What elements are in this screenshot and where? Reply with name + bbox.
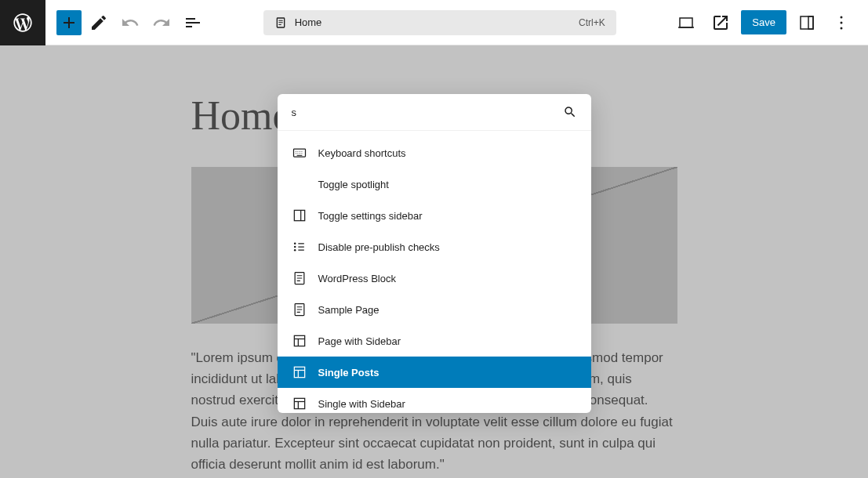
svg-rect-1 bbox=[808, 16, 813, 29]
command-item[interactable]: Page with Sidebar bbox=[278, 325, 591, 357]
svg-rect-6 bbox=[294, 210, 304, 220]
toolbar-left-group bbox=[56, 9, 207, 37]
external-link-button[interactable] bbox=[706, 9, 735, 37]
keyboard-icon bbox=[292, 145, 307, 161]
save-button[interactable]: Save bbox=[741, 10, 786, 34]
blank-icon bbox=[292, 176, 307, 192]
layout-icon bbox=[292, 396, 307, 411]
command-item-label: Page with Sidebar bbox=[318, 335, 401, 347]
settings-sidebar-button[interactable] bbox=[793, 9, 821, 37]
toolbar-right-group: Save bbox=[672, 9, 855, 37]
command-item[interactable]: WordPress Block bbox=[278, 263, 591, 294]
search-icon bbox=[563, 105, 577, 119]
svg-point-4 bbox=[841, 27, 843, 29]
page-icon bbox=[274, 16, 287, 29]
add-block-button[interactable] bbox=[56, 10, 82, 35]
command-item[interactable]: Keyboard shortcuts bbox=[278, 137, 591, 168]
command-search-input[interactable] bbox=[292, 107, 563, 118]
list-view-button[interactable] bbox=[179, 9, 207, 37]
command-results-list[interactable]: Keyboard shortcutsToggle spotlightToggle… bbox=[278, 131, 591, 413]
view-button[interactable] bbox=[672, 9, 700, 37]
toolbar-center: Home Ctrl+K bbox=[207, 10, 672, 35]
command-item[interactable]: Single with Sidebar bbox=[278, 388, 591, 413]
command-item-label: Keyboard shortcuts bbox=[318, 147, 406, 159]
editor-toolbar: Home Ctrl+K Save bbox=[0, 0, 868, 45]
redo-button[interactable] bbox=[147, 9, 176, 37]
layout-icon bbox=[292, 333, 307, 349]
command-palette: Keyboard shortcutsToggle spotlightToggle… bbox=[278, 94, 591, 413]
svg-point-10 bbox=[293, 249, 296, 252]
command-item[interactable]: Disable pre-publish checks bbox=[278, 231, 591, 263]
document-title-label: Home bbox=[295, 16, 322, 28]
document-title-bar[interactable]: Home Ctrl+K bbox=[263, 10, 616, 35]
command-item-label: Single Posts bbox=[318, 367, 380, 378]
page-icon bbox=[292, 270, 307, 286]
command-item-label: Disable pre-publish checks bbox=[318, 241, 440, 253]
command-item-label: Toggle spotlight bbox=[318, 179, 389, 190]
svg-point-8 bbox=[293, 243, 296, 245]
command-search-row bbox=[278, 94, 591, 131]
layout-icon bbox=[292, 364, 307, 380]
svg-point-3 bbox=[841, 21, 843, 24]
wordpress-logo[interactable] bbox=[0, 0, 45, 45]
list-icon bbox=[292, 239, 307, 255]
command-item-label: Sample Page bbox=[318, 304, 380, 316]
command-item-label: Toggle settings sidebar bbox=[318, 210, 423, 222]
undo-button[interactable] bbox=[116, 9, 144, 37]
sidebar-icon bbox=[292, 208, 307, 223]
page-icon bbox=[292, 302, 307, 317]
svg-rect-16 bbox=[294, 367, 304, 377]
svg-point-2 bbox=[841, 16, 843, 18]
command-item[interactable]: Toggle settings sidebar bbox=[278, 200, 591, 231]
command-item-label: WordPress Block bbox=[318, 273, 396, 284]
command-item[interactable]: Sample Page bbox=[278, 294, 591, 325]
svg-point-9 bbox=[293, 246, 296, 248]
svg-rect-13 bbox=[294, 335, 304, 346]
svg-rect-19 bbox=[294, 398, 304, 408]
more-options-button[interactable] bbox=[827, 9, 855, 37]
edit-tool-button[interactable] bbox=[85, 9, 113, 37]
svg-rect-0 bbox=[801, 16, 813, 29]
command-item-label: Single with Sidebar bbox=[318, 398, 405, 410]
command-item[interactable]: Toggle spotlight bbox=[278, 168, 591, 200]
command-shortcut-label: Ctrl+K bbox=[579, 17, 605, 28]
wordpress-icon bbox=[12, 12, 34, 34]
command-item[interactable]: Single Posts bbox=[278, 357, 591, 388]
